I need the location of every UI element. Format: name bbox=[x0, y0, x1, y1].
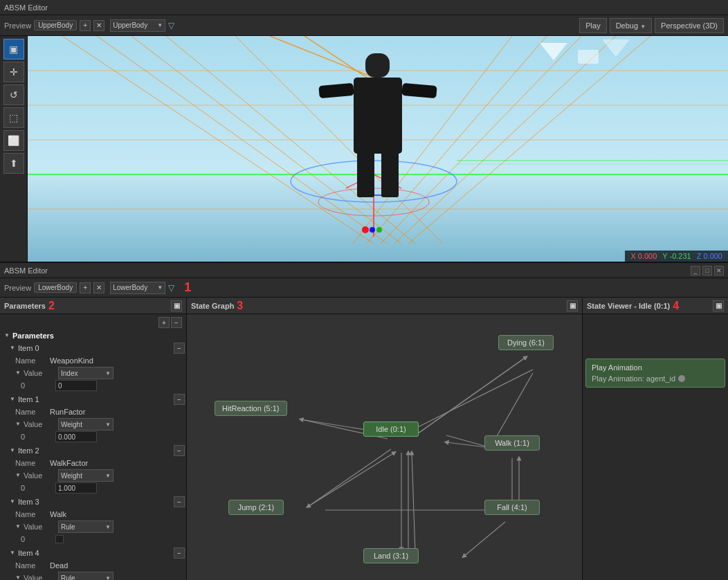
item1-name-row: Name RunFactor bbox=[1, 406, 185, 418]
node-fall[interactable]: Fall (4:1) bbox=[484, 500, 540, 515]
coord-x: X 0.000 bbox=[630, 252, 657, 260]
item2-num-input[interactable] bbox=[55, 482, 97, 493]
item2-name-row: Name WalkFactor bbox=[1, 457, 185, 469]
char-arm-left bbox=[318, 83, 354, 98]
tool-arrow[interactable]: ⬆ bbox=[3, 153, 24, 174]
top-add-btn[interactable]: + bbox=[80, 20, 91, 31]
node-dying[interactable]: Dying (6:1) bbox=[498, 335, 554, 350]
tool-rect[interactable]: ⬜ bbox=[3, 130, 24, 151]
coords-bar: X 0.000 Y -0.231 Z 0.000 bbox=[625, 251, 728, 262]
bottom-add-btn[interactable]: + bbox=[80, 282, 91, 293]
item0-value-row: ▼ Value Index ▼ bbox=[1, 367, 185, 379]
svg-line-46 bbox=[412, 453, 415, 553]
play-anim-title: Play Animation bbox=[592, 363, 719, 372]
character-model bbox=[316, 50, 440, 230]
bottom-titlebar: ABSM Editor _ □ ✕ bbox=[0, 263, 728, 278]
item2-remove[interactable]: − bbox=[174, 445, 185, 456]
node-walk[interactable]: Walk (1:1) bbox=[484, 435, 540, 451]
viewer-expand-btn[interactable]: ▣ bbox=[713, 300, 724, 311]
number-badge-2: 2 bbox=[48, 300, 55, 312]
item0-value-dropdown[interactable]: Index ▼ bbox=[58, 367, 113, 379]
item2-num-row: 0 bbox=[1, 482, 185, 494]
item4-remove[interactable]: − bbox=[174, 547, 185, 559]
char-leg-left bbox=[357, 152, 374, 197]
top-layer-dropdown[interactable]: UpperBody ▼ bbox=[110, 19, 165, 32]
perspective-button[interactable]: Perspective (3D) bbox=[655, 18, 724, 33]
graph-expand-btn[interactable]: ▣ bbox=[567, 300, 578, 311]
state-viewer-panel: State Viewer - Idle (0:1) 4 ▣ Play Anima… bbox=[583, 298, 728, 580]
item3-checkbox[interactable] bbox=[55, 535, 64, 543]
minimize-btn[interactable]: _ bbox=[691, 266, 700, 275]
top-layer-tag[interactable]: UpperBody bbox=[34, 20, 77, 30]
item2-header: ▼Item 2 − bbox=[1, 444, 185, 457]
item0-num-input[interactable] bbox=[55, 380, 97, 391]
maximize-btn[interactable]: □ bbox=[702, 266, 712, 275]
param-item-2: ▼Item 2 − Name WalkFactor ▼ Value Weight… bbox=[1, 444, 185, 494]
top-filter-icon[interactable]: ▽ bbox=[168, 21, 174, 30]
bottom-toolbar: Preview LowerBody + ✕ LowerBody ▼ ▽ 1 bbox=[0, 278, 728, 298]
top-titlebar: ABSM Editor bbox=[0, 0, 728, 15]
item4-name-row: Name Dead bbox=[1, 559, 185, 572]
item2-name-value: WalkFactor bbox=[50, 459, 88, 467]
param-remove-btn[interactable]: − bbox=[171, 317, 182, 328]
bottom-layer-dropdown[interactable]: LowerBody ▼ bbox=[110, 282, 165, 294]
item0-header: ▼Item 0 − bbox=[1, 342, 185, 354]
param-item-3: ▼Item 3 − Name Walk ▼ Value Rule ▼ bbox=[1, 496, 185, 545]
item4-value-dropdown[interactable]: Rule ▼ bbox=[58, 572, 113, 580]
node-land[interactable]: Land (3:1) bbox=[363, 548, 419, 563]
item0-remove[interactable]: − bbox=[174, 343, 185, 354]
item0-name-value: WeaponKind bbox=[50, 356, 93, 365]
bottom-close-layer-btn[interactable]: ✕ bbox=[93, 282, 104, 293]
state-viewer-header: State Viewer - Idle (0:1) 4 ▣ bbox=[583, 298, 728, 314]
char-torso bbox=[354, 78, 402, 154]
tool-scale[interactable]: ⬚ bbox=[3, 107, 24, 128]
item1-remove[interactable]: − bbox=[174, 394, 185, 405]
bottom-filter-icon[interactable]: ▽ bbox=[168, 283, 174, 293]
svg-marker-27 bbox=[602, 39, 630, 57]
top-preview-label: Preview bbox=[4, 21, 31, 30]
top-toolbar: Preview UpperBody + ✕ UpperBody ▼ ▽ Play… bbox=[0, 15, 728, 36]
svg-line-39 bbox=[308, 453, 394, 507]
node-idle[interactable]: Idle (0:1) bbox=[363, 422, 419, 437]
node-hitreaction[interactable]: HitReaction (5:1) bbox=[215, 401, 287, 416]
item3-name-row: Name Walk bbox=[1, 508, 185, 520]
svg-line-47 bbox=[415, 370, 533, 428]
top-absm-editor: ABSM Editor Preview UpperBody + ✕ UpperB… bbox=[0, 0, 728, 263]
param-add-btn[interactable]: + bbox=[158, 317, 170, 328]
char-leg-right bbox=[381, 152, 399, 197]
item2-value-dropdown[interactable]: Weight ▼ bbox=[58, 469, 113, 482]
svg-line-45 bbox=[464, 522, 505, 556]
tool-move[interactable]: ✛ bbox=[3, 62, 24, 82]
close-btn[interactable]: ✕ bbox=[714, 266, 724, 275]
item3-value-row: ▼ Value Rule ▼ bbox=[1, 520, 185, 533]
play-button[interactable]: Play bbox=[579, 18, 606, 33]
item2-value-row: ▼ Value Weight ▼ bbox=[1, 469, 185, 482]
bottom-absm-editor: ABSM Editor _ □ ✕ Preview LowerBody + ✕ … bbox=[0, 263, 728, 580]
svg-line-38 bbox=[308, 449, 391, 507]
debug-button[interactable]: Debug ▼ bbox=[610, 18, 652, 33]
tool-select[interactable]: ▣ bbox=[3, 39, 24, 60]
node-jump[interactable]: Jump (2:1) bbox=[228, 500, 284, 515]
viewport-tools: ▣ ✛ ↺ ⬚ ⬜ ⬆ bbox=[0, 36, 28, 262]
item3-value-dropdown[interactable]: Rule ▼ bbox=[58, 520, 113, 533]
graph-canvas[interactable]: Dying (6:1) HitReaction (5:1) Idle (0:1)… bbox=[187, 314, 582, 580]
state-viewer-content: Play Animation Play Animation: agent_id bbox=[583, 314, 728, 580]
item4-header: ▼Item 4 − bbox=[1, 547, 185, 559]
state-graph-title: State Graph bbox=[191, 302, 234, 310]
tool-rotate[interactable]: ↺ bbox=[3, 84, 24, 105]
item1-header: ▼Item 1 − bbox=[1, 393, 185, 406]
bottom-layer-tag[interactable]: LowerBody bbox=[34, 282, 77, 293]
bottom-preview-label: Preview bbox=[4, 284, 31, 292]
bottom-content: Parameters 2 ▣ + − ▼ Paramet bbox=[0, 298, 728, 580]
state-graph-header: State Graph 3 ▣ bbox=[187, 298, 582, 314]
item1-num-input[interactable] bbox=[55, 431, 97, 442]
param-item-0: ▼Item 0 − Name WeaponKind ▼ Value Index … bbox=[1, 342, 185, 392]
params-content: + − ▼ Parameters ▼Item 0 − Name bbox=[0, 314, 186, 580]
params-expand-btn[interactable]: ▣ bbox=[171, 300, 182, 311]
svg-line-6 bbox=[408, 36, 650, 244]
top-close-btn[interactable]: ✕ bbox=[93, 20, 104, 31]
item3-remove[interactable]: − bbox=[174, 496, 185, 507]
params-row-header: + − bbox=[1, 316, 185, 329]
item3-num-row: 0 bbox=[1, 533, 185, 545]
item1-value-dropdown[interactable]: Weight ▼ bbox=[58, 418, 113, 431]
